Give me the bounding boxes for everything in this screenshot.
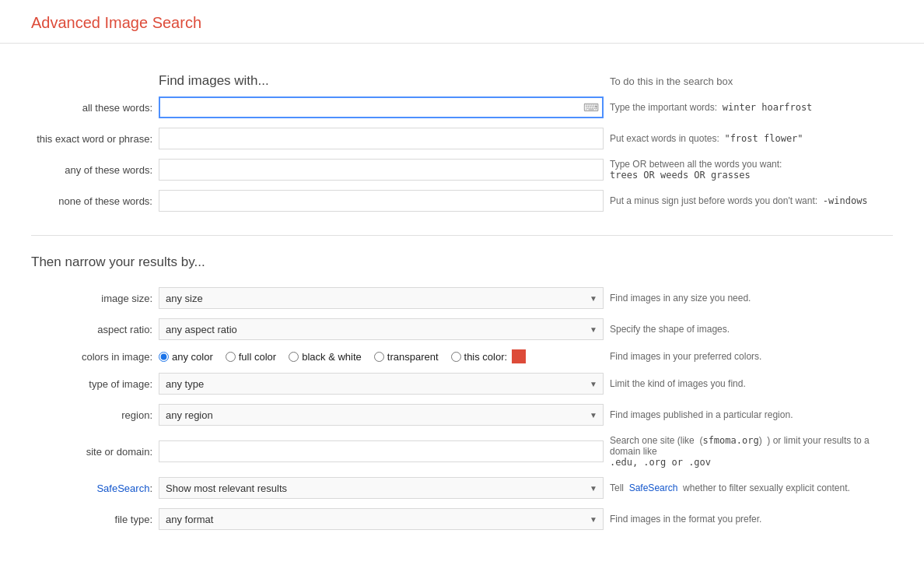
site-hint-domains: .edu, .org or .gov	[610, 457, 711, 468]
file-type-hint: Find images in the format you prefer.	[607, 504, 893, 535]
file-type-select[interactable]: any format jpg gif png bmp svg webp ico …	[159, 508, 604, 530]
color-transparent-option[interactable]: transparent	[374, 351, 439, 363]
any-words-hint-code: trees OR weeds OR grasses	[610, 170, 751, 181]
table-row: file type: any format jpg gif png bmp sv…	[31, 504, 893, 535]
narrow-section-title: Then narrow your results by...	[31, 254, 205, 269]
color-this-radio[interactable]	[451, 352, 461, 362]
table-row: type of image: any type face photo clip …	[31, 368, 893, 399]
page-title: Advanced Image Search	[31, 14, 893, 32]
safesearch-hint-link[interactable]: SafeSearch	[629, 483, 678, 493]
aspect-ratio-select[interactable]: any aspect ratio tall square wide panora…	[159, 318, 604, 340]
exact-phrase-label: this exact word or phrase:	[31, 123, 156, 154]
aspect-ratio-select-wrapper: any aspect ratio tall square wide panora…	[159, 318, 604, 340]
image-size-label: image size:	[31, 282, 156, 314]
exact-phrase-hint-code: "frost flower"	[724, 133, 803, 144]
safesearch-label-link[interactable]: SafeSearch	[96, 483, 149, 494]
all-words-input-wrapper: ⌨	[159, 97, 604, 118]
color-radio-group: any color full color black & white	[159, 349, 604, 363]
color-full-radio[interactable]	[226, 352, 236, 362]
color-transparent-radio[interactable]	[374, 352, 384, 362]
narrow-section-title-wrapper: Then narrow your results by...	[31, 254, 893, 270]
colors-hint: Find images in your preferred colors.	[607, 345, 893, 368]
safesearch-hint-prefix: Tell	[610, 483, 624, 493]
all-words-hint-code: winter hoarfrost	[723, 102, 813, 113]
none-words-hint-code: -windows	[823, 195, 868, 206]
region-select[interactable]: any region	[159, 404, 604, 426]
find-section-title: Find images with...	[159, 73, 269, 88]
color-this-option[interactable]: this color:	[451, 349, 527, 363]
table-row: site or domain: Search one site (like (s…	[31, 430, 893, 472]
table-row: this exact word or phrase: Put exact wor…	[31, 123, 893, 154]
site-hint-prefix: Search one site (like	[610, 435, 695, 446]
color-swatch[interactable]	[512, 349, 526, 363]
color-any-label: any color	[172, 351, 213, 363]
table-row: all these words: ⌨ Type the important wo…	[31, 92, 893, 123]
site-domain-label: site or domain:	[31, 430, 156, 472]
to-do-header: To do this in the search box	[607, 67, 893, 92]
narrow-section: image size: any size large medium icon ▼…	[31, 282, 893, 535]
image-size-select[interactable]: any size large medium icon	[159, 287, 604, 309]
color-any-option[interactable]: any color	[159, 351, 213, 363]
image-type-select-wrapper: any type face photo clip art line drawin…	[159, 373, 604, 395]
table-row: none of these words: Put a minus sign ju…	[31, 185, 893, 216]
color-bw-label: black & white	[302, 351, 362, 363]
aspect-ratio-hint: Specify the shape of images.	[607, 314, 893, 345]
region-label: region:	[31, 399, 156, 430]
image-size-select-wrapper: any size large medium icon ▼	[159, 287, 604, 309]
safesearch-select[interactable]: Show most relevant results Filter explic…	[159, 477, 604, 499]
color-this-label: this color:	[464, 351, 508, 363]
color-any-radio[interactable]	[159, 352, 169, 362]
region-hint: Find images published in a particular re…	[607, 399, 893, 430]
all-words-hint-prefix: Type the important words:	[610, 102, 717, 113]
top-bar: Advanced Image Search	[0, 0, 924, 44]
table-row: aspect ratio: any aspect ratio tall squa…	[31, 314, 893, 345]
keyboard-icon: ⌨	[583, 101, 599, 114]
site-domain-input[interactable]	[159, 440, 604, 462]
image-type-select[interactable]: any type face photo clip art line drawin…	[159, 373, 604, 395]
any-words-input[interactable]	[159, 159, 604, 181]
none-words-label: none of these words:	[31, 185, 156, 216]
color-bw-radio[interactable]	[289, 352, 299, 362]
exact-phrase-hint-prefix: Put exact words in quotes:	[610, 133, 719, 144]
none-words-input[interactable]	[159, 190, 604, 212]
table-row: any of these words: Type OR between all …	[31, 154, 893, 185]
section-divider	[31, 235, 893, 236]
color-full-option[interactable]: full color	[226, 351, 276, 363]
all-words-label: all these words:	[31, 92, 156, 123]
safesearch-select-wrapper: Show most relevant results Filter explic…	[159, 477, 604, 499]
image-size-hint: Find images in any size you need.	[607, 282, 893, 314]
table-row: SafeSearch: Show most relevant results F…	[31, 472, 893, 504]
main-content: Find images with... To do this in the se…	[0, 44, 924, 558]
color-full-label: full color	[239, 351, 276, 363]
any-words-label: any of these words:	[31, 154, 156, 185]
colors-label: colors in image:	[31, 345, 156, 368]
safesearch-hint-suffix: whether to filter sexually explicit cont…	[683, 483, 850, 493]
none-words-hint-prefix: Put a minus sign just before words you d…	[610, 195, 817, 206]
table-row: image size: any size large medium icon ▼…	[31, 282, 893, 314]
find-section: Find images with... To do this in the se…	[31, 67, 893, 216]
table-row: region: any region ▼ Find images publish…	[31, 399, 893, 430]
file-type-label: file type:	[31, 504, 156, 535]
aspect-ratio-label: aspect ratio:	[31, 314, 156, 345]
site-hint-site: sfmoma.org	[702, 435, 758, 446]
any-words-hint-prefix: Type OR between all the words you want:	[610, 159, 782, 170]
exact-phrase-input[interactable]	[159, 128, 604, 149]
image-type-hint: Limit the kind of images you find.	[607, 368, 893, 399]
table-row: colors in image: any color full color	[31, 345, 893, 368]
all-words-input[interactable]	[159, 97, 604, 118]
file-type-select-wrapper: any format jpg gif png bmp svg webp ico …	[159, 508, 604, 530]
region-select-wrapper: any region ▼	[159, 404, 604, 426]
image-type-label: type of image:	[31, 368, 156, 399]
color-transparent-label: transparent	[387, 351, 439, 363]
color-bw-option[interactable]: black & white	[289, 351, 362, 363]
